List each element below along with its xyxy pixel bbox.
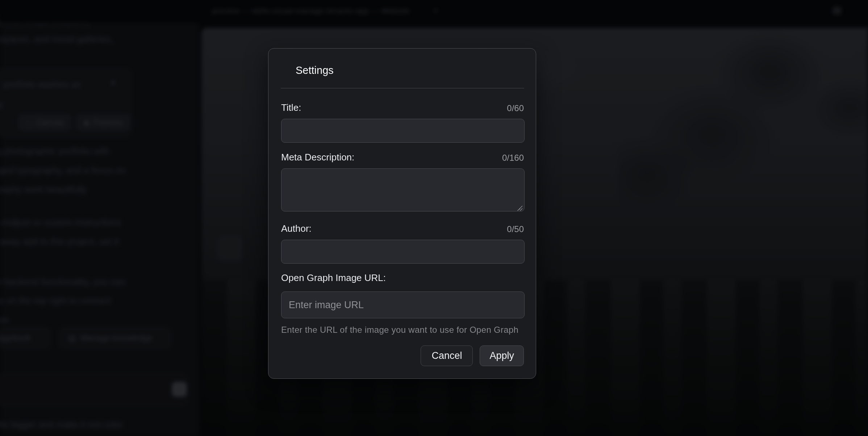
apply-button[interactable]: Apply xyxy=(480,345,524,366)
author-counter: 0/50 xyxy=(507,224,524,234)
author-label: Author: xyxy=(281,223,312,234)
og-image-url-input[interactable] xyxy=(281,292,525,318)
meta-description-textarea[interactable] xyxy=(281,168,525,211)
title-counter: 0/60 xyxy=(507,103,524,113)
meta-description-label: Meta Description: xyxy=(281,152,354,163)
og-image-helper-text: Enter the URL of the image you want to u… xyxy=(281,325,526,335)
title-input[interactable] xyxy=(281,119,525,143)
settings-dialog: Settings Title: 0/60 Meta Description: 0… xyxy=(268,48,536,379)
divider xyxy=(281,88,524,88)
cancel-button[interactable]: Cancel xyxy=(421,345,473,366)
og-image-url-label: Open Graph Image URL: xyxy=(281,272,386,284)
title-label: Title: xyxy=(281,102,301,113)
meta-description-counter: 0/160 xyxy=(502,153,524,163)
dialog-title: Settings xyxy=(296,64,334,76)
author-input[interactable] xyxy=(281,240,525,264)
dialog-actions: Cancel Apply xyxy=(421,345,524,366)
